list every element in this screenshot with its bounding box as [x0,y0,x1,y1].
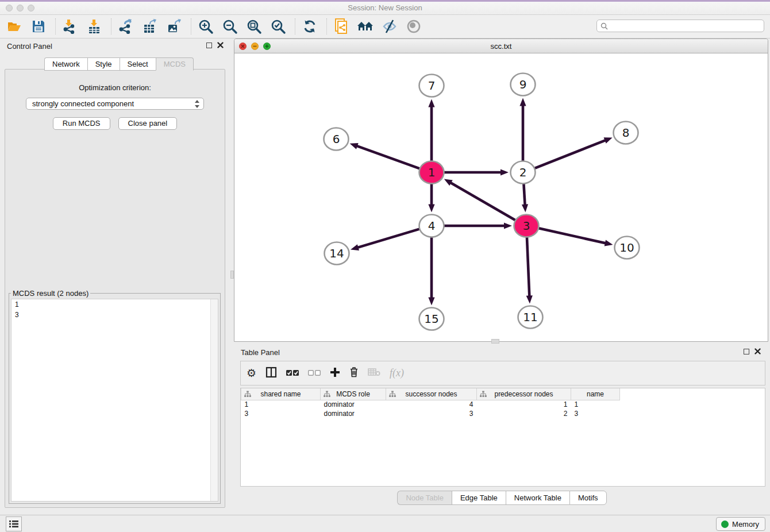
graph-node-1[interactable]: 1 [419,161,444,184]
column-header-MCDS-role[interactable]: MCDS role [321,388,386,400]
tab-network[interactable]: Network [44,57,87,71]
graph-node-14[interactable]: 14 [325,242,349,265]
tab-network-table[interactable]: Network Table [506,491,569,505]
column-header-shared-name[interactable]: shared name [241,388,321,400]
add-icon[interactable] [330,367,340,380]
graph-edge-3-1[interactable] [444,179,515,221]
close-panel-icon[interactable] [754,348,761,354]
graph-edge-4-15[interactable] [428,237,434,306]
tab-select[interactable]: Select [120,57,156,71]
select-all-icon[interactable] [286,368,299,379]
graph-edge-4-3[interactable] [444,222,512,229]
table-cell[interactable]: 3 [571,409,620,418]
minimize-network-icon[interactable] [251,43,259,50]
zoom-in-icon[interactable] [197,18,214,35]
home-network-icon[interactable] [357,18,374,35]
zoom-selected-icon[interactable] [270,18,287,35]
table-cell[interactable]: dominator [321,400,386,409]
column-header-predecessor-nodes[interactable]: predecessor nodes [477,388,571,400]
table-cell[interactable]: 1 [241,400,321,409]
graph-edge-2-9[interactable] [519,98,526,161]
graph-node-10[interactable]: 10 [615,237,640,259]
deselect-all-icon[interactable] [308,368,321,379]
mcds-result-textarea[interactable]: 13 [11,299,218,502]
graph-node-3[interactable]: 3 [514,215,539,237]
graph-edge-4-14[interactable] [351,229,419,250]
graph-edge-1-2[interactable] [444,169,509,175]
float-panel-icon[interactable] [744,349,749,354]
graph-node-15[interactable]: 15 [419,308,444,330]
zoom-out-icon[interactable] [221,18,238,35]
graph-edge-3-10[interactable] [538,228,613,246]
zoom-network-icon[interactable] [263,43,271,50]
open-session-icon[interactable] [6,18,23,35]
svg-text:6: 6 [333,132,340,146]
tab-node-table[interactable]: Node Table [397,491,452,505]
graph-edge-3-11[interactable] [526,237,533,304]
refresh-icon[interactable] [301,18,318,35]
import-network-icon[interactable] [61,18,79,35]
graph-node-7[interactable]: 7 [419,75,444,97]
graph-node-9[interactable]: 9 [511,74,536,96]
optimization-criterion-select[interactable]: strongly connected component [26,98,204,110]
tab-motifs[interactable]: Motifs [569,491,607,505]
network-graph[interactable]: 7968124314101511 [234,53,768,341]
import-table-icon[interactable] [86,18,103,35]
graph-edge-1-7[interactable] [428,99,434,161]
hide-selected-icon[interactable] [381,18,398,35]
graph-node-11[interactable]: 11 [518,306,543,329]
tab-edge-table[interactable]: Edge Table [452,491,506,505]
search-input[interactable] [610,22,764,30]
tab-mcds[interactable]: MCDS [156,57,194,71]
table-cell[interactable]: 1 [477,400,571,409]
graph-edge-2-3[interactable] [522,184,528,213]
splitter-grip[interactable] [491,339,499,344]
run-mcds-button[interactable]: Run MCDS [53,117,110,130]
close-network-icon[interactable] [239,43,247,50]
table-cell[interactable]: 2 [477,409,571,418]
table-cell[interactable]: 3 [386,409,477,418]
columns-icon[interactable] [265,367,277,380]
graph-edge-1-4[interactable] [428,184,434,213]
table-cell[interactable]: 3 [241,409,321,418]
graph-node-6[interactable]: 6 [324,128,349,151]
search-field[interactable] [596,20,764,32]
graph-node-8[interactable]: 8 [614,122,638,144]
column-header-name[interactable]: name [571,388,620,400]
column-label: MCDS role [336,390,370,398]
network-window-titlebar[interactable]: scc.txt [234,39,768,53]
export-network-icon[interactable] [117,18,134,35]
result-scrollbar[interactable] [210,299,218,501]
save-session-icon[interactable] [30,18,47,35]
export-table-icon[interactable] [141,18,159,35]
export-image-icon[interactable] [165,18,183,35]
table-cell[interactable]: dominator [321,409,386,418]
show-selected-icon[interactable] [405,18,422,35]
graph-edge-1-6[interactable] [350,143,420,168]
gear-icon[interactable]: ⚙ [247,368,256,379]
tree-icon [480,391,487,398]
zoom-fit-icon[interactable] [245,18,263,35]
table-cell[interactable]: 1 [571,400,620,409]
task-history-button[interactable] [6,516,22,531]
column-header-successor-nodes[interactable]: successor nodes [386,388,477,400]
memory-button[interactable]: Memory [716,517,765,531]
graph-node-4[interactable]: 4 [419,215,444,237]
delete-table-icon[interactable] [368,368,380,379]
graph-node-2[interactable]: 2 [511,161,536,184]
tab-style[interactable]: Style [87,57,120,71]
float-panel-icon[interactable] [206,43,212,48]
graph-edge-2-8[interactable] [535,137,613,168]
memory-label: Memory [732,520,759,529]
table-row[interactable]: 1dominator411 [241,400,620,409]
table-cell[interactable]: 4 [386,400,477,409]
close-panel-icon[interactable] [217,42,224,48]
close-panel-button[interactable]: Close panel [118,117,178,130]
delete-icon[interactable] [349,367,359,380]
network-canvas[interactable]: 7968124314101511 [234,53,768,341]
function-builder-icon[interactable]: f(x) [390,367,404,379]
table-row[interactable]: 3dominator323 [241,409,620,418]
network-document-icon[interactable] [333,18,350,35]
node-table[interactable]: shared nameMCDS rolesuccessor nodesprede… [240,388,765,487]
column-label: successor nodes [405,390,457,398]
